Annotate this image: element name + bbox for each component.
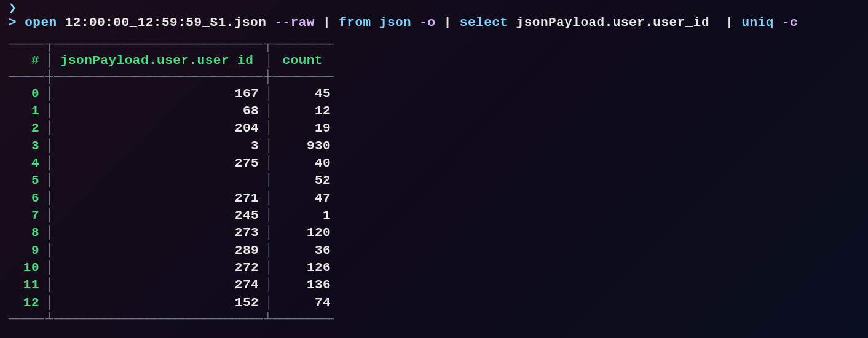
table-row: 8│273│120: [9, 224, 859, 242]
cell-index: 1: [9, 103, 44, 120]
cell-userid: 167: [55, 85, 264, 103]
col-separator: │: [44, 190, 55, 207]
cell-count: 45: [274, 85, 336, 103]
col-separator: │: [44, 277, 55, 294]
cell-count: 120: [274, 224, 336, 242]
table-divider: ───── ┬ ────────────────────────────── ┬…: [9, 37, 859, 52]
table-row: 1│68│12: [9, 103, 859, 120]
cell-index: 11: [9, 277, 44, 294]
col-separator: │: [264, 85, 274, 103]
cell-index: 10: [9, 259, 44, 277]
cell-count: 36: [274, 242, 336, 259]
cmd-from-json: from json: [339, 14, 411, 31]
col-separator: │: [44, 172, 55, 189]
cell-count: 1: [274, 207, 336, 224]
cell-count: 74: [274, 294, 336, 312]
col-separator: │: [264, 224, 274, 242]
table-row: 4│275│40: [9, 155, 859, 172]
cell-count: 930: [274, 138, 336, 155]
col-separator: │: [44, 85, 55, 103]
col-separator: │: [264, 120, 274, 137]
cell-count: 126: [274, 259, 336, 277]
cell-userid: 275: [55, 155, 264, 172]
col-separator: │: [44, 120, 55, 137]
prompt-caret: ❯: [9, 5, 859, 13]
pipe-symbol: |: [323, 14, 331, 31]
flag-raw: --raw: [274, 14, 315, 31]
output-table: ───── ┬ ────────────────────────────── ┬…: [9, 37, 859, 327]
cell-userid: 152: [55, 294, 264, 312]
cell-index: 8: [9, 224, 44, 242]
col-header-userid: jsonPayload.user.user_id: [55, 52, 264, 69]
cell-count: 136: [274, 277, 336, 294]
cell-count: 12: [274, 103, 336, 120]
col-header-index: #: [9, 52, 44, 69]
cell-userid: 271: [55, 190, 264, 207]
table-row: 7│245│1: [9, 207, 859, 224]
table-row: 12│152│74: [9, 294, 859, 312]
cmd-uniq: uniq: [741, 14, 773, 31]
col-separator: │: [44, 155, 55, 172]
col-separator: │: [264, 190, 274, 207]
table-row: 2│204│19: [9, 120, 859, 137]
cell-index: 3: [9, 138, 44, 155]
col-separator: │: [44, 207, 55, 224]
col-separator: │: [264, 103, 274, 120]
flag-c: -c: [782, 14, 798, 31]
col-separator: │: [264, 207, 274, 224]
table-row: 6│271│47: [9, 190, 859, 207]
cell-userid: 245: [55, 207, 264, 224]
cell-count: 52: [274, 172, 336, 189]
cmd-open: open: [25, 14, 57, 31]
cmd-selector-arg: jsonPayload.user.user_id: [516, 14, 709, 31]
col-separator: │: [264, 294, 274, 312]
table-row: 9│289│36: [9, 242, 859, 259]
cell-index: 2: [9, 120, 44, 137]
col-separator: │: [264, 242, 274, 259]
cell-index: 6: [9, 190, 44, 207]
table-header-row: # │ jsonPayload.user.user_id │ count: [9, 52, 859, 69]
pipe-symbol: |: [725, 14, 733, 31]
prompt-marker: >: [9, 14, 17, 31]
table-row: 0│167│45: [9, 85, 859, 103]
col-separator: │: [44, 294, 55, 312]
cell-userid: 204: [55, 120, 264, 137]
col-separator: │: [44, 224, 55, 242]
pipe-symbol: |: [444, 14, 452, 31]
col-separator: │: [44, 259, 55, 277]
cell-index: 7: [9, 207, 44, 224]
col-separator: │: [264, 138, 274, 155]
cell-index: 12: [9, 294, 44, 312]
cell-index: 9: [9, 242, 44, 259]
cell-userid: 273: [55, 224, 264, 242]
cell-userid: 289: [55, 242, 264, 259]
command-prompt[interactable]: > open 12:00:00_12:59:59_S1.json --raw |…: [9, 14, 859, 31]
col-separator: │: [44, 103, 55, 120]
table-row: 5││52: [9, 172, 859, 189]
cell-userid: 272: [55, 259, 264, 277]
table-row: 3│3│930: [9, 138, 859, 155]
table-row: 11│274│136: [9, 277, 859, 294]
cmd-select: select: [460, 14, 508, 31]
col-separator: │: [264, 277, 274, 294]
cell-count: 47: [274, 190, 336, 207]
col-separator: │: [264, 259, 274, 277]
col-separator: │: [264, 155, 274, 172]
flag-o: -o: [419, 14, 435, 31]
cell-userid: 68: [55, 103, 264, 120]
col-header-count: count: [274, 52, 336, 69]
table-row: 10│272│126: [9, 259, 859, 277]
cell-count: 19: [274, 120, 336, 137]
table-divider: ───── ┼ ────────────────────────────── ┼…: [9, 69, 859, 85]
cell-index: 5: [9, 172, 44, 189]
cmd-file-arg: 12:00:00_12:59:59_S1.json: [65, 14, 267, 31]
col-separator: │: [264, 172, 274, 189]
cell-index: 0: [9, 85, 44, 103]
table-divider: ───── ┴ ────────────────────────────── ┴…: [9, 312, 859, 327]
cell-userid: 3: [55, 138, 264, 155]
cell-userid: 274: [55, 277, 264, 294]
cell-index: 4: [9, 155, 44, 172]
cell-count: 40: [274, 155, 336, 172]
col-separator: │: [44, 242, 55, 259]
col-separator: │: [44, 138, 55, 155]
